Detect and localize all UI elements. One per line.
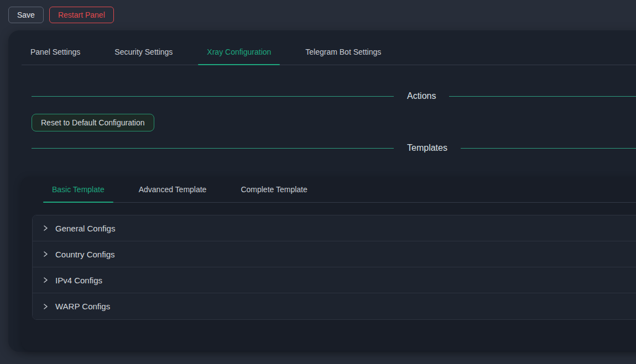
template-tab-bar: Basic Template Advanced Template Complet… <box>43 177 636 203</box>
tab-advanced-template[interactable]: Advanced Template <box>130 177 216 202</box>
chevron-right-icon <box>42 277 49 283</box>
collapse-item-warp-configs[interactable]: WARP Configs <box>33 293 636 319</box>
actions-divider-label: Actions <box>394 91 449 101</box>
chevron-right-icon <box>42 251 49 257</box>
chevron-right-icon <box>42 225 49 231</box>
actions-divider: Actions <box>32 89 636 103</box>
collapse-item-country-configs[interactable]: Country Configs <box>33 241 636 267</box>
restart-panel-button[interactable]: Restart Panel <box>49 7 114 23</box>
collapse-item-general-configs[interactable]: General Configs <box>33 215 636 241</box>
divider-line <box>461 148 636 149</box>
tab-xray-configuration[interactable]: Xray Configuration <box>198 39 280 65</box>
save-button[interactable]: Save <box>8 7 44 23</box>
settings-card: Panel Settings Security Settings Xray Co… <box>8 30 636 352</box>
config-collapse-list: General Configs Country Configs IPv4 Con… <box>32 215 636 320</box>
divider-line <box>32 96 394 97</box>
divider-line <box>449 96 636 97</box>
collapse-item-label: Country Configs <box>55 250 115 259</box>
templates-divider-label: Templates <box>394 143 461 153</box>
tab-complete-template[interactable]: Complete Template <box>232 177 316 202</box>
templates-divider: Templates <box>32 141 636 155</box>
reset-default-configuration-button[interactable]: Reset to Default Configuration <box>32 114 154 131</box>
chevron-right-icon <box>42 303 49 310</box>
tab-basic-template[interactable]: Basic Template <box>43 177 113 202</box>
collapse-item-ipv4-configs[interactable]: IPv4 Configs <box>33 267 636 293</box>
tab-panel-settings[interactable]: Panel Settings <box>22 39 89 65</box>
tab-security-settings[interactable]: Security Settings <box>106 39 181 65</box>
collapse-item-label: IPv4 Configs <box>55 276 102 285</box>
collapse-item-label: WARP Configs <box>55 302 110 311</box>
settings-tab-bar: Panel Settings Security Settings Xray Co… <box>22 39 636 65</box>
tab-telegram-bot-settings[interactable]: Telegram Bot Settings <box>296 39 390 65</box>
collapse-item-label: General Configs <box>55 224 115 233</box>
top-action-bar: Save Restart Panel <box>8 7 114 23</box>
divider-line <box>32 148 394 149</box>
templates-card: Basic Template Advanced Template Complet… <box>21 177 636 351</box>
